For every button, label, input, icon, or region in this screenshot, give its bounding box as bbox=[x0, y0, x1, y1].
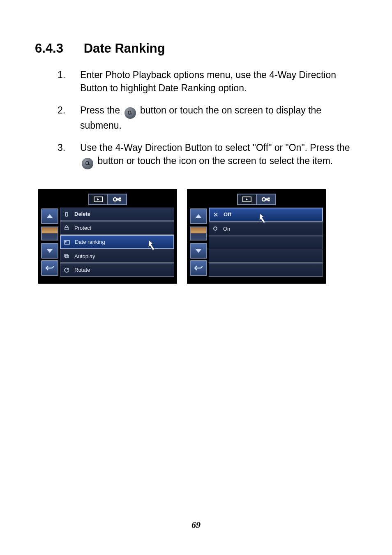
svg-rect-7 bbox=[119, 200, 121, 201]
instruction-step: 3. Use the 4-Way Direction Button to sel… bbox=[58, 141, 357, 169]
menu-label: Date ranking bbox=[75, 239, 105, 245]
nav-up-button[interactable] bbox=[190, 208, 207, 224]
menu-label: Protect bbox=[74, 225, 91, 231]
svg-rect-13 bbox=[65, 254, 68, 257]
tab-setup[interactable] bbox=[256, 194, 276, 205]
nav-back-button[interactable] bbox=[190, 260, 207, 276]
svg-marker-16 bbox=[246, 198, 248, 201]
svg-rect-1 bbox=[86, 162, 88, 165]
svg-rect-0 bbox=[128, 111, 131, 115]
tab-setup[interactable] bbox=[107, 194, 127, 205]
step-text: Press the button or touch the on screen … bbox=[80, 104, 357, 132]
tab-playback[interactable] bbox=[237, 194, 257, 205]
step-text: Enter Photo Playback options menu, use t… bbox=[80, 68, 357, 95]
menu-label: Autoplay bbox=[74, 253, 95, 259]
menu-item-autoplay[interactable]: Autoplay bbox=[60, 250, 174, 263]
step-number: 2. bbox=[58, 104, 80, 132]
menu-item-delete[interactable]: Delete bbox=[60, 208, 174, 221]
section-number: 6.4.3 bbox=[35, 41, 80, 56]
tab-bar bbox=[39, 190, 176, 206]
svg-marker-3 bbox=[97, 198, 99, 201]
svg-rect-5 bbox=[116, 199, 119, 200]
menu-label: Rotate bbox=[74, 267, 90, 273]
svg-rect-18 bbox=[265, 199, 268, 200]
submenu-item-on[interactable]: On bbox=[209, 222, 323, 235]
nav-down-button[interactable] bbox=[190, 243, 207, 259]
svg-point-12 bbox=[65, 241, 66, 242]
svg-rect-10 bbox=[65, 227, 68, 230]
instruction-step: 2. Press the button or touch the on scre… bbox=[58, 104, 357, 132]
manual-page: 6.4.3 Date Ranking 1. Enter Photo Playba… bbox=[0, 0, 392, 555]
tab-bar bbox=[188, 190, 325, 206]
submenu-item-empty bbox=[209, 250, 323, 263]
instruction-step: 1. Enter Photo Playback options menu, us… bbox=[58, 68, 357, 95]
menu-item-protect[interactable]: Protect bbox=[60, 221, 174, 234]
menu-item-rotate[interactable]: Rotate bbox=[60, 263, 174, 276]
preview-thumbnail bbox=[41, 227, 58, 240]
submenu-item-empty bbox=[209, 263, 323, 276]
nav-down-button[interactable] bbox=[41, 243, 58, 259]
rotate-icon bbox=[63, 267, 70, 273]
set-button-icon bbox=[82, 158, 93, 169]
circle-icon bbox=[212, 226, 219, 231]
nav-back-button[interactable] bbox=[41, 260, 58, 276]
menu-label: Delete bbox=[74, 211, 90, 217]
x-icon bbox=[212, 212, 219, 217]
svg-marker-21 bbox=[195, 214, 202, 218]
submenu-label: On bbox=[223, 226, 230, 232]
submenu-list: Off On bbox=[209, 206, 325, 278]
step-number: 1. bbox=[58, 68, 80, 95]
instruction-list: 1. Enter Photo Playback options menu, us… bbox=[58, 68, 357, 169]
svg-rect-19 bbox=[268, 198, 270, 199]
menu-item-date-ranking[interactable]: Date ranking bbox=[60, 235, 174, 249]
submenu-item-off[interactable]: Off bbox=[209, 208, 323, 222]
svg-point-23 bbox=[214, 227, 217, 230]
options-list: Delete Protect Date ranking Autoplay bbox=[60, 206, 176, 278]
section-title: Date Ranking bbox=[84, 41, 165, 56]
svg-rect-14 bbox=[65, 255, 69, 258]
step-text: Use the 4-Way Direction Button to select… bbox=[80, 141, 357, 169]
screenshots-row: Delete Protect Date ranking Autoplay bbox=[38, 189, 357, 284]
svg-rect-6 bbox=[119, 198, 121, 199]
preview-thumbnail bbox=[190, 227, 207, 240]
slideshow-icon bbox=[63, 253, 70, 259]
nav-up-button[interactable] bbox=[41, 208, 58, 224]
tab-playback[interactable] bbox=[88, 194, 108, 205]
svg-rect-20 bbox=[268, 200, 270, 201]
camera-screenshot-submenu: Off On bbox=[187, 189, 326, 284]
page-number: 69 bbox=[0, 520, 392, 530]
side-nav bbox=[39, 206, 60, 278]
section-heading: 6.4.3 Date Ranking bbox=[35, 41, 357, 56]
trash-icon bbox=[63, 211, 70, 217]
step-number: 3. bbox=[58, 141, 80, 169]
svg-marker-22 bbox=[195, 249, 202, 253]
set-button-icon bbox=[125, 107, 136, 119]
svg-marker-8 bbox=[46, 214, 53, 218]
svg-marker-9 bbox=[46, 249, 53, 253]
side-nav bbox=[188, 206, 209, 278]
submenu-item-empty bbox=[209, 236, 323, 249]
lock-icon bbox=[63, 225, 70, 231]
calendar-icon bbox=[63, 239, 71, 245]
submenu-label: Off bbox=[224, 211, 231, 217]
camera-screenshot-options: Delete Protect Date ranking Autoplay bbox=[38, 189, 177, 284]
